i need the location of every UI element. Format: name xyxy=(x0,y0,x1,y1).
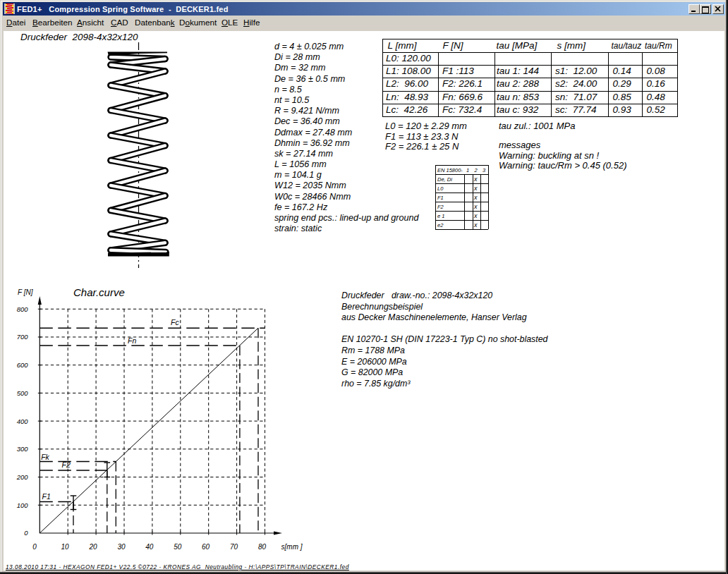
svg-text:Char.curve: Char.curve xyxy=(73,286,125,298)
svg-text:30: 30 xyxy=(117,543,126,551)
svg-text:F1: F1 xyxy=(42,492,51,501)
svg-text:F [N]: F [N] xyxy=(18,288,33,296)
svg-text:Fc: Fc xyxy=(171,318,179,326)
svg-text:0: 0 xyxy=(32,543,37,551)
svg-text:600: 600 xyxy=(17,361,29,369)
svg-text:s[mm ]: s[mm ] xyxy=(281,543,303,551)
svg-text:60: 60 xyxy=(202,543,210,551)
svg-text:40: 40 xyxy=(145,543,154,551)
svg-text:70: 70 xyxy=(230,543,238,551)
svg-text:300: 300 xyxy=(17,445,29,453)
svg-text:800: 800 xyxy=(17,305,29,313)
svg-text:10: 10 xyxy=(61,543,70,551)
svg-text:20: 20 xyxy=(88,543,97,551)
svg-text:100: 100 xyxy=(17,501,29,509)
svg-text:80: 80 xyxy=(258,543,267,551)
svg-text:50: 50 xyxy=(174,543,182,551)
svg-text:400: 400 xyxy=(17,417,29,425)
svg-text:Fn: Fn xyxy=(128,336,136,345)
svg-text:700: 700 xyxy=(17,333,29,341)
svg-text:200: 200 xyxy=(16,473,29,481)
svg-text:0: 0 xyxy=(24,529,28,537)
svg-text:500: 500 xyxy=(17,389,29,397)
svg-text:Fk: Fk xyxy=(41,453,49,461)
svg-text:F2: F2 xyxy=(62,460,71,469)
